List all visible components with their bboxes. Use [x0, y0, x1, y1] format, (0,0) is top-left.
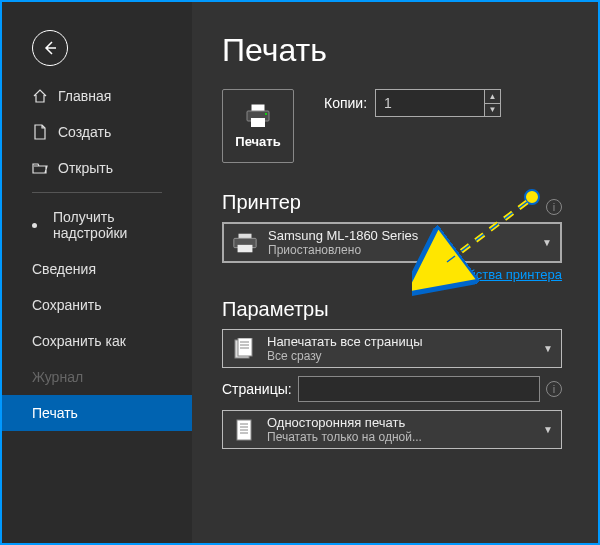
printer-properties-link[interactable]: Свойства принтера [222, 267, 562, 282]
printer-status: Приостановлено [268, 243, 542, 257]
divider [32, 192, 162, 193]
svg-rect-6 [238, 244, 253, 251]
sidebar-item-label: Главная [58, 88, 111, 104]
sidebar-item-label: Сохранить как [32, 333, 126, 349]
chevron-down-icon: ▼ [542, 237, 552, 248]
print-button-label: Печать [235, 134, 280, 149]
sidebar-item-saveas[interactable]: Сохранить как [2, 323, 192, 359]
back-button[interactable] [32, 30, 68, 66]
page-title: Печать [222, 32, 568, 69]
printer-section-title: Принтер [222, 191, 301, 214]
sidebar-item-label: Печать [32, 405, 78, 421]
chevron-down-icon: ▼ [543, 424, 553, 435]
copies-label: Копии: [324, 95, 367, 111]
bullet-icon [32, 223, 37, 228]
sidebar-item-print[interactable]: Печать [2, 395, 192, 431]
sidebar-item-home[interactable]: Главная [2, 78, 192, 114]
spinner-down-icon[interactable]: ▼ [485, 104, 500, 117]
sidebar-item-history: Журнал [2, 359, 192, 395]
svg-rect-0 [252, 105, 264, 111]
sidebar-item-label: Получить надстройки [53, 209, 172, 241]
sidebar-item-label: Открыть [58, 160, 113, 176]
spinner-up-icon[interactable]: ▲ [485, 90, 500, 104]
sidebar-item-open[interactable]: Открыть [2, 150, 192, 186]
pages-label: Страницы: [222, 381, 292, 397]
printer-dropdown[interactable]: Samsung ML-1860 Series Приостановлено ▼ [222, 222, 562, 263]
sidebar-item-new[interactable]: Создать [2, 114, 192, 150]
sidebar-item-label: Журнал [32, 369, 83, 385]
sidebar-item-save[interactable]: Сохранить [2, 287, 192, 323]
copies-spinner[interactable]: ▲ ▼ [485, 89, 501, 117]
document-icon [32, 124, 48, 140]
duplex-dropdown[interactable]: Односторонняя печать Печатать только на … [222, 410, 562, 449]
chevron-down-icon: ▼ [543, 343, 553, 354]
single-page-icon [231, 419, 257, 441]
printer-icon [244, 104, 272, 128]
sidebar-item-info[interactable]: Сведения [2, 251, 192, 287]
sidebar-item-label: Сохранить [32, 297, 102, 313]
printer-name: Samsung ML-1860 Series [268, 228, 542, 243]
home-icon [32, 88, 48, 104]
scope-secondary: Все сразу [267, 349, 543, 363]
sidebar-item-label: Создать [58, 124, 111, 140]
svg-point-3 [265, 113, 267, 115]
duplex-secondary: Печатать только на одной... [267, 430, 543, 444]
info-icon[interactable]: i [546, 199, 562, 215]
pages-input[interactable] [298, 376, 540, 402]
main-panel: Печать Печать Копии: ▲ ▼ [192, 2, 598, 543]
info-icon[interactable]: i [546, 381, 562, 397]
sidebar-item-label: Сведения [32, 261, 96, 277]
copies-input[interactable] [375, 89, 485, 117]
print-button[interactable]: Печать [222, 89, 294, 163]
svg-rect-2 [251, 118, 265, 127]
printer-icon [232, 232, 258, 254]
params-section-title: Параметры [222, 298, 568, 321]
svg-rect-8 [238, 338, 252, 356]
svg-rect-4 [239, 233, 252, 238]
print-scope-dropdown[interactable]: Напечатать все страницы Все сразу ▼ [222, 329, 562, 368]
arrow-left-icon [42, 40, 58, 56]
folder-open-icon [32, 160, 48, 176]
duplex-primary: Односторонняя печать [267, 415, 543, 430]
sidebar-item-addins[interactable]: Получить надстройки [2, 199, 192, 251]
scope-primary: Напечатать все страницы [267, 334, 543, 349]
pages-icon [231, 338, 257, 360]
sidebar: Главная Создать Открыть Получить надстро… [2, 2, 192, 543]
